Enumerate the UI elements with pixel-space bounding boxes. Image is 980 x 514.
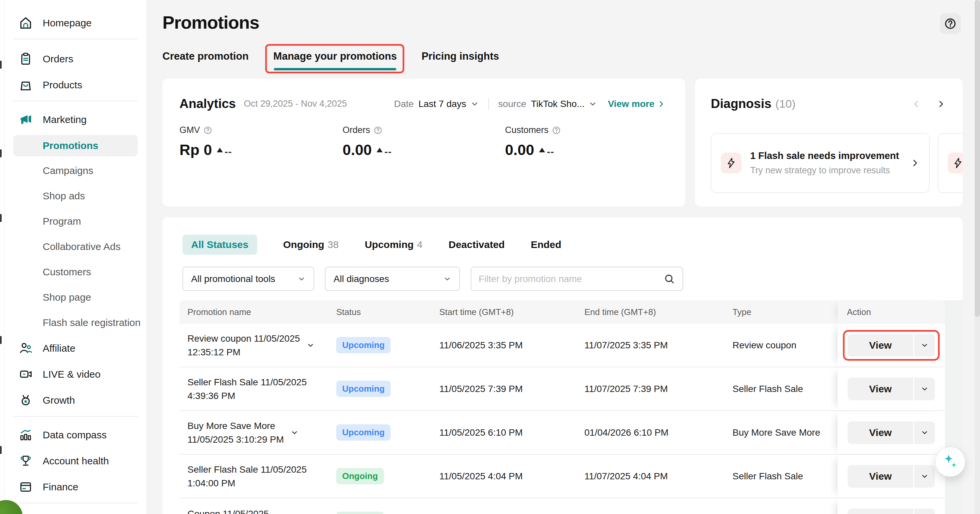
diagnosis-card: Diagnosis (10) 1 Flash sale needs improv… xyxy=(695,79,963,206)
end-time: 01/04/2026 6:10 PM xyxy=(584,427,732,438)
diagnosis-item-title: 1 Flash sale needs improvement xyxy=(750,150,899,161)
promotion-name: Seller Flash Sale 11/05/2025 4:39:36 PM xyxy=(188,375,307,403)
sidebar-item-marketing[interactable]: Marketing xyxy=(5,107,146,133)
sidebar-item-label: Flash sale registration xyxy=(43,317,140,328)
view-button[interactable]: View xyxy=(848,421,913,444)
status-tab-all-statuses[interactable]: All Statuses xyxy=(183,235,257,255)
view-dropdown-button[interactable] xyxy=(914,378,935,400)
tab-pricing-insights[interactable]: Pricing insights xyxy=(422,51,500,62)
divider xyxy=(488,98,489,109)
metric-gmv: GMVRp 0-- xyxy=(180,125,232,159)
view-dropdown-button[interactable] xyxy=(914,334,935,357)
products-icon xyxy=(18,77,33,93)
question-mark-icon xyxy=(944,17,957,30)
status-tab-ended[interactable]: Ended xyxy=(531,239,562,250)
promotion-type: Review coupon xyxy=(732,340,838,351)
view-button[interactable]: View xyxy=(848,465,913,488)
scrollbar-thumb[interactable] xyxy=(975,0,980,317)
rail-mark xyxy=(0,214,2,222)
view-dropdown-button[interactable] xyxy=(914,465,935,488)
carousel-prev-button[interactable] xyxy=(911,99,921,109)
question-circle-icon[interactable] xyxy=(204,126,212,135)
status-tab-upcoming[interactable]: Upcoming4 xyxy=(364,239,422,250)
status-count: 4 xyxy=(417,239,423,250)
expand-row-chevron-icon[interactable] xyxy=(291,429,299,437)
metric-label: GMV xyxy=(180,125,200,135)
chevron-right-icon xyxy=(657,100,665,108)
metric-orders: Orders0.00-- xyxy=(342,125,392,159)
promotions-list-panel: All StatusesOngoing38Upcoming4Deactivate… xyxy=(162,217,963,514)
collapsed-nav-rail xyxy=(0,0,5,514)
view-button[interactable]: View xyxy=(848,334,913,357)
rail-mark xyxy=(0,61,2,69)
sidebar-item-label: Affiliate xyxy=(43,343,75,354)
status-tab-ongoing[interactable]: Ongoing38 xyxy=(283,239,339,250)
status-count: 38 xyxy=(328,239,339,250)
view-dropdown-button[interactable] xyxy=(914,421,935,444)
question-circle-icon[interactable] xyxy=(374,126,382,135)
sidebar-item-affiliate[interactable]: Affiliate xyxy=(5,335,146,361)
view-button-group: View xyxy=(848,378,935,400)
ai-assistant-button[interactable] xyxy=(935,447,965,477)
help-button[interactable] xyxy=(940,13,961,34)
status-tab-deactivated[interactable]: Deactivated xyxy=(449,239,505,250)
affiliate-icon xyxy=(18,341,33,356)
tab-manage-your-promotions[interactable]: Manage your promotions xyxy=(273,51,396,62)
table-row: Buy More Save More 11/05/2025 3:10:29 PM… xyxy=(180,411,945,455)
carousel-next-button[interactable] xyxy=(936,99,946,109)
sidebar-item-customers[interactable]: Customers xyxy=(5,259,146,285)
status-tabs: All StatusesOngoing38Upcoming4Deactivate… xyxy=(183,235,562,255)
sidebar-item-growth[interactable]: Growth xyxy=(5,387,146,413)
analytics-date-range: Oct 29,2025 - Nov 4,2025 xyxy=(244,99,347,109)
sidebar: HomepageOrdersProductsMarketingPromotion… xyxy=(5,0,147,514)
table-row: Review coupon 11/05/2025 12:35:12 PMUpco… xyxy=(180,324,945,367)
sidebar-item-data-compass[interactable]: Data compass xyxy=(5,422,146,448)
sidebar-item-account-health[interactable]: Account health xyxy=(5,448,146,474)
promotional-tools-dropdown[interactable]: All promotional tools xyxy=(183,267,314,291)
diagnosis-item[interactable] xyxy=(938,133,963,193)
search-input[interactable] xyxy=(479,274,664,284)
sparkle-icon xyxy=(941,452,960,472)
sidebar-item-promotions[interactable]: Promotions xyxy=(13,135,138,156)
sidebar-item-label: Account health xyxy=(43,455,109,466)
end-time: 11/07/2025 4:04 PM xyxy=(584,471,732,482)
promotion-type: Buy More Save More xyxy=(732,427,838,438)
source-filter-value[interactable]: TikTok Sho... xyxy=(531,99,585,109)
metric-value: 0.00 xyxy=(342,141,372,159)
start-time: 11/05/2025 6:10 PM xyxy=(439,427,584,438)
sidebar-item-products[interactable]: Products xyxy=(5,72,146,98)
view-button[interactable]: View xyxy=(848,378,913,400)
sidebar-item-shop-page[interactable]: Shop page xyxy=(5,285,146,310)
view-button[interactable]: View xyxy=(848,509,913,514)
sidebar-item-orders[interactable]: Orders xyxy=(5,46,146,72)
sidebar-item-homepage[interactable]: Homepage xyxy=(5,10,146,36)
table-row: Coupon 11/05/2025OngoingView xyxy=(180,498,945,514)
sidebar-item-label: Customers xyxy=(43,267,91,278)
start-time: 11/06/2025 3:35 PM xyxy=(439,340,584,351)
sidebar-item-shop-ads[interactable]: Shop ads xyxy=(5,183,146,209)
chevron-down-icon[interactable] xyxy=(470,100,479,108)
sidebar-item-finance[interactable]: Finance xyxy=(5,474,146,500)
diagnosis-item[interactable]: 1 Flash sale needs improvementTry new st… xyxy=(711,133,930,193)
chevron-down-icon[interactable] xyxy=(589,100,597,108)
view-button-group: View xyxy=(848,421,935,444)
question-circle-icon[interactable] xyxy=(552,126,561,135)
view-dropdown-button[interactable] xyxy=(914,509,935,514)
rail-mark xyxy=(0,336,2,344)
search-icon[interactable] xyxy=(664,273,675,285)
sidebar-item-program[interactable]: Program xyxy=(5,209,146,234)
tab-create-promotion[interactable]: Create promotion xyxy=(162,51,248,62)
sidebar-item-label: Shop page xyxy=(43,292,91,303)
sidebar-item-collaborative-ads[interactable]: Collaborative Ads xyxy=(5,234,146,259)
metric-customers: Customers0.00-- xyxy=(505,125,561,159)
sidebar-item-campaigns[interactable]: Campaigns xyxy=(5,158,146,183)
start-time: 11/05/2025 7:39 PM xyxy=(439,384,584,394)
sidebar-item-label: Homepage xyxy=(43,17,92,29)
diagnoses-dropdown[interactable]: All diagnoses xyxy=(325,267,460,291)
sidebar-item-flash-sale-registration[interactable]: Flash sale registration xyxy=(5,310,146,335)
promotions-table: Promotion nameStatusStart time (GMT+8)En… xyxy=(180,300,945,514)
sidebar-item-live-video[interactable]: LIVE & video xyxy=(5,361,146,387)
view-more-link[interactable]: View more xyxy=(608,99,665,109)
date-filter-value[interactable]: Last 7 days xyxy=(418,99,466,109)
expand-row-chevron-icon[interactable] xyxy=(307,341,315,349)
